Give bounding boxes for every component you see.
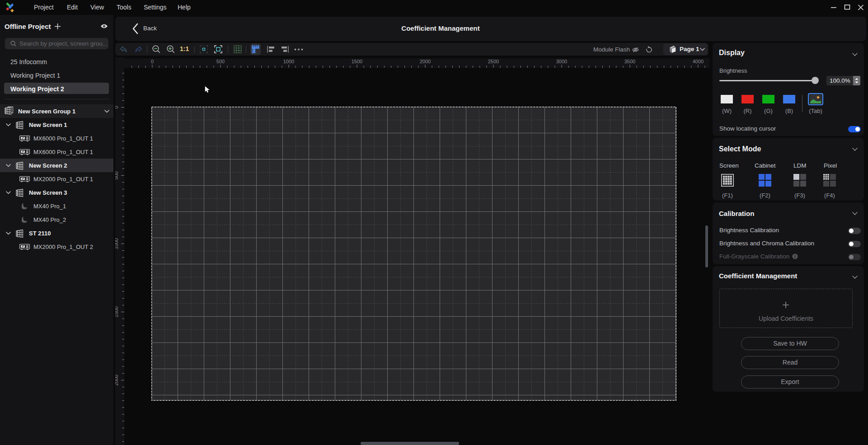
svg-text:1000: 1000: [115, 238, 119, 249]
svg-text:1000: 1000: [283, 59, 294, 64]
svg-text:0: 0: [151, 59, 154, 64]
svg-text:2000: 2000: [420, 59, 431, 64]
svg-text:0: 0: [115, 106, 119, 108]
svg-text:4000: 4000: [693, 59, 704, 64]
svg-text:2500: 2500: [488, 59, 499, 64]
svg-text:500: 500: [216, 59, 225, 64]
svg-text:2000: 2000: [115, 375, 119, 385]
svg-text:500: 500: [115, 171, 119, 179]
svg-text:1500: 1500: [352, 59, 362, 64]
svg-text:3000: 3000: [556, 59, 567, 64]
svg-text:3500: 3500: [624, 59, 635, 64]
svg-text:1500: 1500: [115, 306, 119, 317]
